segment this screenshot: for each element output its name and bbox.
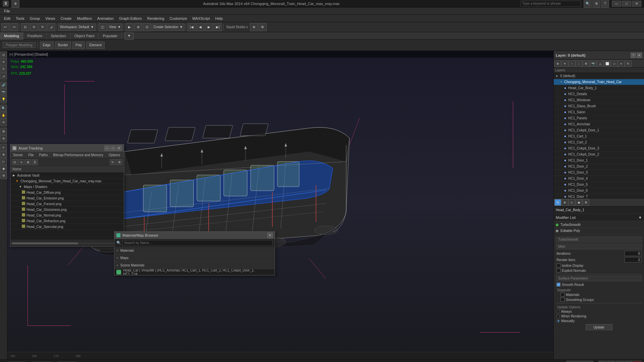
lt-layers[interactable]: ≡ bbox=[0, 144, 7, 151]
toolbar-icon-small2[interactable]: ⚙ bbox=[592, 0, 600, 8]
lt-hierarchy[interactable]: ⊕ bbox=[0, 151, 7, 158]
tab-populate[interactable]: Populate bbox=[99, 32, 121, 40]
menu-file[interactable]: File bbox=[1, 7, 13, 15]
move-button[interactable]: ✛ bbox=[30, 23, 38, 31]
explicit-row[interactable]: Explicit Normals bbox=[556, 268, 642, 273]
edge-btn[interactable]: Edge bbox=[40, 42, 54, 49]
menu-rendering[interactable]: Rendering bbox=[145, 15, 167, 22]
select-btn2[interactable]: ⊡ bbox=[143, 23, 151, 31]
asset-tb-4[interactable]: ☰ bbox=[32, 159, 38, 165]
layer-door3[interactable]: ◆ HC1_Door_3 bbox=[554, 170, 644, 176]
toolbar-icon-small[interactable]: 🔍 bbox=[584, 0, 592, 8]
next-frame-btn[interactable]: ▶| bbox=[625, 361, 633, 362]
rotate-button[interactable]: ↻ bbox=[39, 23, 47, 31]
undo-button[interactable]: ↩ bbox=[1, 23, 9, 31]
add-time-tag-btn[interactable]: Add Time Tag bbox=[567, 361, 593, 362]
hierarchy-icon[interactable]: ⊕ bbox=[561, 199, 568, 206]
lt-pan[interactable]: ✋ bbox=[0, 112, 7, 119]
layer-panels[interactable]: ◆ HC1_Panels bbox=[554, 115, 644, 121]
rp-bones-icon[interactable]: ≡ bbox=[618, 60, 625, 67]
layer-armchair[interactable]: ◆ HC1_Armchair bbox=[554, 121, 644, 127]
layer-door7[interactable]: ◆ HC1_Door_7 bbox=[554, 194, 644, 198]
layer-cart2[interactable]: ◆ HC1_Cart_2 bbox=[554, 139, 644, 145]
lt-magnet[interactable]: ⊛ bbox=[0, 135, 7, 142]
toolbar-icon-1[interactable]: ⊕ bbox=[11, 0, 19, 8]
asset-bitmap-menu[interactable]: Bitmap Performance and Memory bbox=[50, 152, 106, 159]
motion-icon[interactable]: ▷ bbox=[569, 199, 575, 206]
rp-helper-icon[interactable]: ⬜ bbox=[604, 60, 610, 67]
smoothing-groups-row[interactable]: Smoothing Groups bbox=[556, 298, 642, 302]
asset-max-file[interactable]: ▼ Chongqing_Monorail_Train_Head_Car_max_… bbox=[10, 178, 124, 184]
tab-object-paint[interactable]: Object Paint bbox=[70, 32, 99, 40]
layer-cockpit-door3[interactable]: ◆ HC1_Cokpit_Door_3 bbox=[554, 145, 644, 152]
asset-tb-refresh[interactable]: ↻ bbox=[110, 159, 116, 165]
menu-edit[interactable]: Edit bbox=[1, 15, 13, 22]
layer-door1[interactable]: ◆ HC1_Door_1 bbox=[554, 158, 644, 164]
render-iters-value[interactable]: 2 bbox=[625, 257, 641, 262]
materials-row[interactable]: Materials bbox=[556, 293, 642, 297]
asset-fresnel[interactable]: Head_Car_Fresnel.png bbox=[10, 201, 124, 207]
update-button[interactable]: Update bbox=[586, 324, 612, 330]
menu-animation[interactable]: Animation bbox=[95, 15, 116, 22]
select-button[interactable]: ⊡ bbox=[21, 23, 29, 31]
record-btn[interactable]: ● bbox=[633, 361, 641, 362]
asset-scrollbar-h[interactable] bbox=[12, 242, 122, 244]
rp-refresh-icon[interactable]: ↻ bbox=[625, 60, 632, 67]
layers-help-btn[interactable]: ? bbox=[631, 53, 636, 58]
tab-modeling[interactable]: Modeling bbox=[0, 32, 23, 40]
lt-zoom[interactable]: 🔍 bbox=[0, 105, 7, 112]
lt-orbit[interactable]: ⟳ bbox=[0, 119, 7, 126]
asset-tb-3[interactable]: ⊞ bbox=[25, 159, 31, 165]
modifier-list-dropdown[interactable]: Modifier List ▼ bbox=[554, 214, 644, 221]
layer-door2[interactable]: ◆ HC1_Door_2 bbox=[554, 164, 644, 170]
border-btn[interactable]: Border bbox=[55, 42, 71, 49]
mat-result-item[interactable]: Head_Car ( VRayMtl ) [HC1_Armchair, HC1_… bbox=[114, 269, 275, 275]
isoline-checkbox[interactable] bbox=[556, 263, 560, 267]
expand-ribbon-btn[interactable]: ▼ bbox=[124, 32, 134, 40]
layer-chongqing[interactable]: ▼ Chongqing_Monorail_Train_Head_Car bbox=[554, 79, 644, 85]
asset-list[interactable]: ▶ Autodesk Vault ▼ Chongqing_Monorail_Tr… bbox=[10, 173, 124, 240]
workspace-dropdown[interactable]: Workspace: Default ▼ bbox=[58, 23, 96, 31]
lt-camera[interactable]: 📷 bbox=[0, 89, 7, 96]
manually-radio[interactable] bbox=[556, 319, 560, 323]
anim-btn-1[interactable]: |◀ bbox=[187, 23, 196, 31]
view-btn-1[interactable]: ◫ bbox=[99, 23, 107, 31]
toolbar-icon-small3[interactable]: ? bbox=[601, 0, 609, 8]
mat-close-btn[interactable]: ✕ bbox=[267, 233, 273, 238]
utilities-icon[interactable]: ⚙ bbox=[583, 199, 589, 206]
when-rendering-radio[interactable] bbox=[556, 315, 560, 318]
asset-glossiness[interactable]: Head_Car_Glossiness.png bbox=[10, 207, 124, 213]
menu-group[interactable]: Group bbox=[27, 15, 43, 22]
anim-btn-2[interactable]: ◀ bbox=[196, 23, 204, 31]
layer-details[interactable]: ◆ HC1_Details bbox=[554, 91, 644, 97]
menu-help[interactable]: Help bbox=[213, 15, 226, 22]
tab-freeform[interactable]: Freeform bbox=[23, 32, 47, 40]
minimize-button[interactable]: — bbox=[612, 1, 621, 7]
mat-scene-section[interactable]: + Scene Materials bbox=[114, 262, 275, 269]
layer-windows[interactable]: ◆ HC1_Windows bbox=[554, 97, 644, 103]
when-rendering-row[interactable]: When Rendering bbox=[556, 314, 642, 318]
layer-cockpit-door2[interactable]: ◆ HC1_Cokpit_Door_2 bbox=[554, 152, 644, 158]
layer-door5[interactable]: ◆ HC1_Door_5 bbox=[554, 182, 644, 188]
anim-btn-3[interactable]: ▶ bbox=[205, 23, 213, 31]
mat-materials-section[interactable]: + Materials bbox=[114, 247, 275, 254]
asset-server-menu[interactable]: Server bbox=[10, 152, 25, 159]
lt-utilities[interactable]: ⚙ bbox=[0, 172, 7, 179]
asset-maps-folder[interactable]: ▼ Maps / Shaders bbox=[10, 184, 124, 190]
rp-camera-icon[interactable]: 📷 bbox=[590, 60, 596, 67]
menu-create[interactable]: Create bbox=[58, 15, 74, 22]
manually-row[interactable]: Manually bbox=[556, 319, 642, 323]
menu-tools[interactable]: Tools bbox=[13, 15, 27, 22]
modifier-editpoly[interactable]: Editable Poly bbox=[554, 228, 643, 234]
explicit-checkbox[interactable] bbox=[556, 268, 560, 273]
lt-motion[interactable]: ▷ bbox=[0, 158, 7, 165]
rp-parent-icon[interactable]: ↑ bbox=[569, 60, 575, 67]
asset-refraction[interactable]: Head_Car_Refraction.png bbox=[10, 218, 124, 224]
mat-maps-section[interactable]: + Maps bbox=[114, 254, 275, 262]
selection-filter[interactable]: Create Selection ▼ bbox=[152, 23, 184, 31]
always-radio[interactable] bbox=[556, 310, 560, 313]
layer-door6[interactable]: ◆ HC1_Door_6 bbox=[554, 188, 644, 194]
menu-graph-editors[interactable]: Graph Editors bbox=[116, 15, 145, 22]
asset-options-menu[interactable]: Options bbox=[106, 152, 123, 159]
layer-salon[interactable]: ◆ HC1_Salon bbox=[554, 109, 644, 115]
